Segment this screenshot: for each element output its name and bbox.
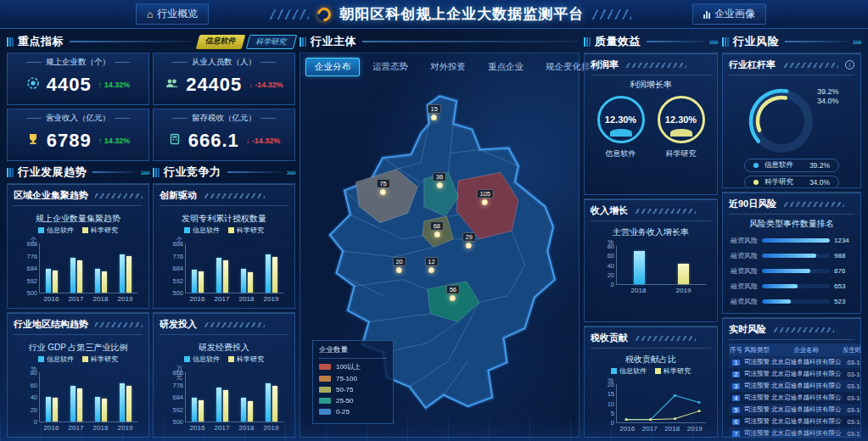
map-marker[interactable]: 56: [446, 285, 460, 301]
x-axis-tick: 2019: [687, 425, 703, 433]
table-row[interactable]: 2司法预警北京启迪卓越科技有限公司03-16: [729, 368, 861, 380]
more-button[interactable]: »»: [287, 167, 295, 177]
bar-科学研究: [102, 271, 107, 293]
gdp-share-chart: 行业 GDP 占第三产业比例信息软件科学研究020406080%20162017…: [14, 340, 143, 432]
section-divider: [70, 41, 193, 42]
bar-信息软件: [216, 258, 221, 293]
map-marker[interactable]: 68: [430, 221, 444, 237]
table-cell: 司法预警: [743, 392, 770, 404]
sub-panel-header: 行业地区结构趋势: [14, 318, 143, 335]
bar-group: [241, 372, 253, 421]
x-axis-tick: 2017: [69, 424, 84, 432]
legend-label: 科学研究: [237, 226, 264, 235]
info-icon[interactable]: i: [845, 60, 854, 70]
legend-label: 50-75: [336, 386, 353, 394]
x-axis-tick: 2017: [642, 425, 658, 433]
sub-panel-header: 研发投入: [160, 318, 288, 335]
chart-plot: 500592684776868: [185, 243, 283, 293]
nav-industry-overview-button[interactable]: ⌂ 行业概览: [136, 3, 209, 25]
bar-group: [95, 372, 107, 421]
stat-card[interactable]: 从业人员数（人）24405↓ -14.32%: [153, 53, 295, 105]
y-axis-tick: 15: [608, 390, 614, 398]
chart-plot: 500592684776868: [185, 372, 283, 422]
sub-panel-header: 创新驱动: [160, 189, 288, 206]
bar-科学研究: [199, 400, 204, 421]
risk-bar-row: 融资风险1234: [729, 236, 854, 245]
filter-tag[interactable]: 信息软件: [196, 35, 246, 49]
header-title-wrap: 朝阳区科创规上企业大数据监测平台: [270, 4, 631, 24]
map-legend-item: 0-25: [319, 408, 387, 416]
tab-重点企业[interactable]: 重点企业: [479, 58, 533, 76]
map-marker[interactable]: 29: [462, 232, 476, 248]
gauge-信息软件: 12.30%信息软件: [597, 96, 645, 159]
table-row[interactable]: 7司法预警北京启迪卓越科技有限公司03-16: [729, 427, 861, 438]
map-marker[interactable]: 15: [428, 104, 441, 120]
risk-bar-label: 融资风险: [729, 282, 758, 291]
section-divider: [227, 171, 283, 173]
table-row[interactable]: 5司法预警北京启迪卓越科技有限公司03-16: [729, 404, 861, 416]
chart-plot: 05101520: [616, 384, 706, 423]
legend-item: 科学研究: [228, 226, 264, 235]
chart-plot: 500592684776868: [39, 243, 137, 293]
tab-对外投资[interactable]: 对外投资: [421, 58, 475, 76]
stat-card[interactable]: 营业收入（亿元）6789↑ 14.32%: [7, 109, 149, 161]
x-axis-tick: 2018: [239, 424, 255, 432]
stat-card[interactable]: 留存税收（亿元）666.1↓ -14.32%: [153, 109, 295, 161]
bar-group: [216, 243, 228, 293]
chart-legend: 信息软件科学研究: [160, 226, 288, 235]
tab-运营态势[interactable]: 运营态势: [363, 58, 417, 76]
table-cell: 司法预警: [743, 380, 770, 392]
regional-structure-panel: 行业地区结构趋势 行业 GDP 占第三产业比例信息软件科学研究020406080…: [7, 312, 149, 438]
stat-card-delta: ↑ 14.32%: [98, 137, 131, 145]
more-button[interactable]: »»: [141, 167, 149, 177]
sub-panel-title: 收入增长: [591, 204, 628, 217]
map-legend: 企业数量 100以上75-10050-7525-500-25: [312, 340, 394, 424]
table-cell: 北京启迪卓越科技有限公司: [770, 427, 842, 438]
risk-bar-value: 523: [834, 298, 854, 305]
row-index-badge: 4: [732, 395, 740, 401]
nav-enterprise-portrait-button[interactable]: 企业画像: [692, 3, 766, 25]
table-row[interactable]: 3司法预警北京启迪卓越科技有限公司03-16: [729, 380, 861, 392]
map-marker[interactable]: 12: [424, 257, 438, 273]
legend-label: 信息软件: [47, 226, 74, 235]
marker-value: 68: [430, 221, 444, 231]
risk-bar-row: 融资风险988: [729, 251, 854, 260]
map-marker[interactable]: 105: [476, 189, 494, 205]
stat-card-label: 规上企业数（个）: [13, 57, 143, 68]
chart-title: 税收贡献占比: [591, 354, 711, 366]
tab-企业分布[interactable]: 企业分布: [305, 58, 360, 76]
legend-dot: [753, 180, 759, 185]
table-row[interactable]: 1司法预警北京启迪卓越科技有限公司03-16: [729, 356, 861, 368]
more-button[interactable]: »»: [853, 36, 861, 47]
map-marker[interactable]: 36: [433, 172, 446, 188]
gauge-wave: [610, 129, 632, 137]
stat-card[interactable]: 规上企业数（个）4405↑ 14.32%: [7, 53, 149, 105]
map-marker[interactable]: 75: [376, 179, 389, 195]
badge-icon: [26, 76, 40, 93]
tax-icon: [168, 132, 182, 149]
y-axis-tick: 684: [172, 394, 183, 401]
more-button[interactable]: »»: [709, 36, 718, 47]
table-row[interactable]: 4司法预警北京启迪卓越科技有限公司03-16: [729, 392, 861, 404]
map-marker[interactable]: 20: [392, 257, 406, 273]
table-row[interactable]: 6司法预警北京启迪卓越科技有限公司03-16: [729, 416, 861, 427]
table-cell: 北京启迪卓越科技有限公司: [770, 392, 842, 404]
x-axis-tick: 2016: [44, 295, 59, 303]
legend-label: 信息软件: [193, 226, 220, 235]
pin-icon: [482, 199, 488, 205]
filter-tags: 信息软件科学研究: [198, 35, 295, 49]
hatch-decor: [635, 336, 696, 341]
chart-title: 规上企业数量集聚趋势: [14, 213, 143, 225]
marker-value: 105: [476, 189, 494, 198]
leverage-legend-item: 科学研究34.0%: [744, 176, 839, 188]
legend-label: 科学研究: [764, 177, 793, 187]
row-index-badge: 5: [732, 407, 740, 413]
stat-card-value: 24405: [186, 75, 242, 94]
table-header-cell: 风险类型: [743, 343, 770, 356]
subject-tabbar: 企业分布运营态势对外投资重点企业规企变化排名: [305, 58, 574, 76]
map-legend-item: 75-100: [319, 375, 387, 382]
legend-swatch: [38, 356, 44, 362]
filter-tag[interactable]: 科学研究: [246, 35, 298, 49]
section-marker-icon: [7, 37, 14, 47]
risk-header: 行业风险 »»: [722, 34, 861, 49]
